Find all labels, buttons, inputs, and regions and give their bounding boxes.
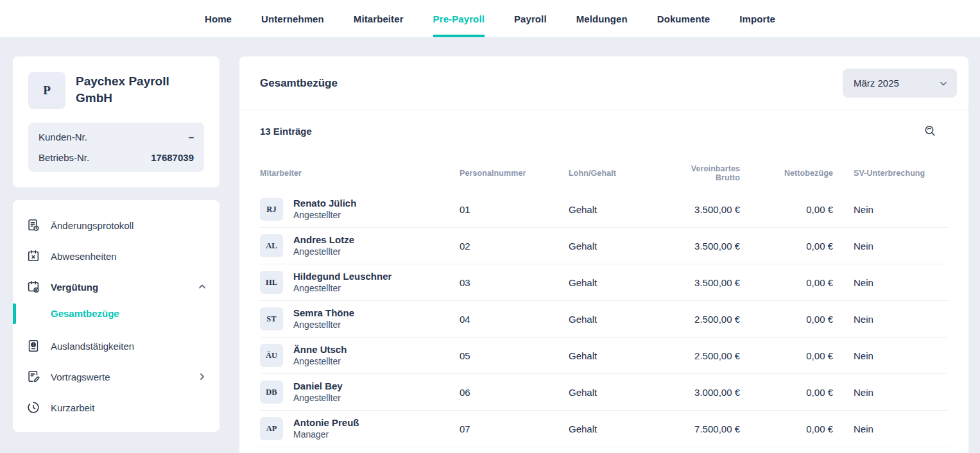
sv-interruption: Nein <box>833 423 948 434</box>
nav-item-importe[interactable]: Importe <box>739 0 775 37</box>
sidebar-item-kurzarbeit[interactable]: Kurzarbeit <box>13 392 219 423</box>
sidebar-item-gesamtbezuege[interactable]: Gesamtbezüge <box>13 302 219 325</box>
personnel-number: 04 <box>460 314 569 325</box>
sidebar-item-aenderungsprotokoll[interactable]: Änderungsprotokoll <box>13 210 219 241</box>
employee-name: Andres Lotze <box>293 234 354 246</box>
avatar: DB <box>260 380 283 404</box>
passport-icon <box>26 339 40 353</box>
sidebar-item-label: Vortragswerte <box>51 372 110 382</box>
employee-role: Angestellter <box>293 283 391 295</box>
customer-number-label: Kunden-Nr. <box>39 132 87 142</box>
avatar: RJ <box>260 198 283 221</box>
sv-interruption: Nein <box>833 387 948 398</box>
employee-role: Angestellter <box>293 210 356 221</box>
nav-item-payroll[interactable]: Payroll <box>514 0 547 37</box>
table-row[interactable]: ÄU Änne Utsch Angestellter 05 Gehalt 2.5… <box>260 338 948 374</box>
net-amount: 0,00 € <box>740 387 833 398</box>
nav-item-mitarbeiter[interactable]: Mitarbeiter <box>354 0 404 37</box>
employee-role: Angestellter <box>293 356 347 368</box>
pay-type: Gehalt <box>569 277 665 288</box>
personnel-number: 05 <box>460 350 569 361</box>
entries-count: 13 Einträge <box>260 126 312 137</box>
company-number-label: Betriebs-Nr. <box>39 152 89 163</box>
employee-table: Mitarbeiter Personalnummer Lohn/Gehalt V… <box>239 137 968 447</box>
company-info-box: Kunden-Nr. – Betriebs-Nr. 17687039 <box>28 123 204 172</box>
carryover-document-icon <box>26 370 40 384</box>
avatar: AP <box>260 417 283 440</box>
period-select-value: März 2025 <box>854 78 899 89</box>
column-header-mitarbeiter: Mitarbeiter <box>260 169 460 178</box>
table-row[interactable]: AL Andres Lotze Angestellter 02 Gehalt 3… <box>260 228 948 264</box>
pay-type: Gehalt <box>569 314 665 325</box>
company-avatar: P <box>28 72 65 109</box>
sidebar-menu: Änderungsprotokoll Abwesenheiten <box>13 200 219 432</box>
employee-role: Angestellter <box>293 320 354 331</box>
sv-interruption: Nein <box>833 204 948 215</box>
agreed-gross: 3.500,00 € <box>665 277 740 288</box>
table-row[interactable]: ST Semra Thöne Angestellter 04 Gehalt 2.… <box>260 301 948 338</box>
agreed-gross: 3.000,00 € <box>665 387 740 398</box>
sidebar-item-abwesenheiten[interactable]: Abwesenheiten <box>13 241 219 271</box>
sidebar-item-label: Kurzarbeit <box>51 402 94 413</box>
short-time-clock-icon <box>26 400 40 415</box>
pay-type: Gehalt <box>569 350 665 361</box>
personnel-number: 03 <box>460 277 569 288</box>
main-panel: Gesamtbezüge März 2025 13 Einträge <box>239 56 968 453</box>
search-icon[interactable] <box>924 124 936 137</box>
top-navigation: Home Unternehmen Mitarbeiter Pre-Payroll… <box>0 0 980 37</box>
sv-interruption: Nein <box>833 350 948 361</box>
pay-type: Gehalt <box>569 387 665 398</box>
avatar: HL <box>260 271 283 294</box>
pay-type: Gehalt <box>569 423 665 434</box>
net-amount: 0,00 € <box>740 423 833 434</box>
chevron-up-icon <box>198 282 207 291</box>
nav-item-home[interactable]: Home <box>205 0 232 37</box>
nav-item-dokumente[interactable]: Dokumente <box>657 0 710 37</box>
employee-name: Antonie Preuß <box>293 417 359 429</box>
sidebar-item-label: Abwesenheiten <box>51 251 117 262</box>
avatar: ÄU <box>260 344 283 367</box>
net-amount: 0,00 € <box>740 314 833 325</box>
agreed-gross: 7.500,00 € <box>665 423 740 434</box>
pay-type: Gehalt <box>569 241 665 252</box>
changelog-icon <box>26 218 40 232</box>
personnel-number: 01 <box>460 204 569 215</box>
table-body: RJ Renato Jülich Angestellter 01 Gehalt … <box>260 191 948 447</box>
personnel-number: 06 <box>460 387 569 398</box>
employee-name: Änne Utsch <box>293 344 347 356</box>
sidebar-item-vortragswerte[interactable]: Vortragswerte <box>13 361 219 392</box>
company-number-value: 17687039 <box>151 152 194 163</box>
table-row[interactable]: AP Antonie Preuß Manager 07 Gehalt 7.500… <box>260 411 948 447</box>
employee-name: Hildegund Leuschner <box>293 271 391 283</box>
column-header-personalnummer: Personalnummer <box>460 169 569 178</box>
personnel-number: 07 <box>460 423 569 434</box>
agreed-gross: 2.500,00 € <box>665 350 740 361</box>
sv-interruption: Nein <box>833 277 948 288</box>
nav-item-pre-payroll[interactable]: Pre-Payroll <box>433 0 485 37</box>
agreed-gross: 3.500,00 € <box>665 204 740 215</box>
table-row[interactable]: RJ Renato Jülich Angestellter 01 Gehalt … <box>260 191 948 228</box>
net-amount: 0,00 € <box>740 204 833 215</box>
nav-item-unternehmen[interactable]: Unternehmen <box>261 0 324 37</box>
chevron-down-icon <box>939 79 948 88</box>
sidebar: P Paychex Payroll GmbH Kunden-Nr. – Betr… <box>13 56 219 432</box>
sv-interruption: Nein <box>833 241 948 252</box>
table-row[interactable]: DB Daniel Bey Angestellter 06 Gehalt 3.0… <box>260 374 948 411</box>
pay-type: Gehalt <box>569 204 665 215</box>
sidebar-item-auslandstaetigkeiten[interactable]: Auslandstätigkeiten <box>13 330 219 361</box>
sidebar-item-label: Auslandstätigkeiten <box>51 341 134 352</box>
sidebar-item-label: Änderungsprotokoll <box>51 220 133 231</box>
personnel-number: 02 <box>460 241 569 252</box>
sidebar-item-verguetung[interactable]: Vergütung <box>13 271 219 302</box>
nav-item-meldungen[interactable]: Meldungen <box>576 0 628 37</box>
company-card: P Paychex Payroll GmbH Kunden-Nr. – Betr… <box>13 56 219 187</box>
employee-role: Manager <box>293 429 359 441</box>
agreed-gross: 3.500,00 € <box>665 241 740 252</box>
column-header-nettobezuege: Nettobezüge <box>740 169 833 178</box>
page-title: Gesamtbezüge <box>260 77 338 90</box>
employee-role: Angestellter <box>293 393 343 404</box>
customer-number-value: – <box>189 132 194 142</box>
period-select[interactable]: März 2025 <box>843 69 957 98</box>
table-row[interactable]: HL Hildegund Leuschner Angestellter 03 G… <box>260 264 948 301</box>
active-indicator <box>13 303 16 324</box>
